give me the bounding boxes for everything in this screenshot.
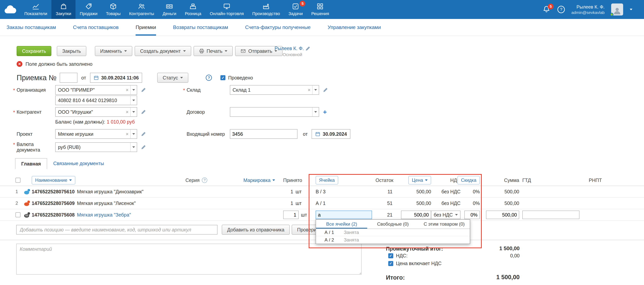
nav-purchases[interactable]: Закупки bbox=[52, 0, 75, 19]
position-row-3-editing[interactable]: 1476522528075608Мягкая игрушка "Зебра" ш… bbox=[0, 209, 644, 221]
qty-input[interactable] bbox=[283, 211, 299, 219]
checklist-icon bbox=[292, 3, 299, 10]
validation-error: ✕ Поле должно быть заполнено bbox=[16, 61, 92, 67]
discount-input[interactable] bbox=[464, 211, 480, 219]
column-price-header[interactable]: Цена bbox=[408, 176, 431, 184]
nav-label: Деньги bbox=[163, 11, 176, 16]
help-button[interactable]: ? bbox=[558, 6, 565, 13]
chevron-down-icon[interactable] bbox=[630, 9, 632, 10]
row-checkbox[interactable] bbox=[16, 212, 20, 217]
avatar[interactable] bbox=[611, 4, 623, 16]
pencil-icon[interactable] bbox=[323, 87, 328, 92]
nav-sales[interactable]: Продажи bbox=[76, 0, 102, 19]
product-name-link[interactable]: Мягкая игрушка "Зебра" bbox=[77, 212, 131, 218]
discount-value: 0% bbox=[463, 200, 483, 206]
vat-checkbox[interactable]: ✓ bbox=[388, 253, 393, 258]
add-contract-icon[interactable]: + bbox=[323, 109, 327, 115]
account-combobox[interactable]: 40802 810 4 6442 0129810 bbox=[55, 96, 137, 105]
edit-label: Изменить bbox=[100, 48, 122, 54]
counterparty-combobox[interactable]: ООО "Игрушки" × bbox=[55, 107, 137, 117]
column-name-header[interactable]: Наименование bbox=[32, 176, 75, 184]
organization-combobox[interactable]: ООО "ПРИМЕР" × bbox=[55, 85, 137, 95]
save-button[interactable]: Сохранить bbox=[16, 46, 52, 56]
dd-tab-with-this-product[interactable]: С этим товаром (0) bbox=[418, 220, 470, 228]
column-cell-header[interactable]: Ячейка bbox=[316, 176, 338, 184]
vat-select[interactable]: без НДС bbox=[431, 211, 460, 219]
subnav-receivings[interactable]: Приемки bbox=[136, 19, 156, 36]
tab-main[interactable]: Главная bbox=[15, 158, 47, 169]
clear-icon[interactable]: × bbox=[124, 87, 130, 93]
pencil-icon[interactable] bbox=[141, 109, 146, 114]
nav-indicators[interactable]: Показатели bbox=[20, 0, 52, 19]
account-row: 40802 810 4 6442 0129810 bbox=[55, 96, 137, 105]
document-number-input[interactable] bbox=[60, 73, 78, 83]
cell-value: В / 3 bbox=[316, 189, 376, 194]
nav-solutions[interactable]: Решения bbox=[307, 0, 333, 19]
nav-online-trade[interactable]: Онлайн-торговля bbox=[206, 0, 248, 19]
comment-textarea[interactable] bbox=[16, 244, 362, 274]
currency-combobox[interactable]: руб (RUB) bbox=[55, 142, 137, 152]
status-button[interactable]: Статус bbox=[157, 73, 188, 83]
held-checkbox[interactable]: ✓ bbox=[220, 75, 226, 80]
add-from-catalog-button[interactable]: Добавить из справочника bbox=[222, 225, 290, 235]
close-button[interactable]: Закрыть bbox=[57, 46, 86, 56]
subnav-supplier-returns[interactable]: Возвраты поставщикам bbox=[173, 19, 228, 36]
position-row-1[interactable]: 1 1476522528075610Мягкая игрушка "Диноза… bbox=[0, 186, 644, 198]
cell-option-1[interactable]: А / 1 Занята bbox=[316, 229, 470, 236]
help-icon[interactable]: ? bbox=[206, 75, 212, 81]
column-marking-header[interactable]: Маркировка bbox=[244, 177, 270, 183]
clear-icon[interactable]: × bbox=[124, 131, 130, 137]
nav-money[interactable]: Деньги bbox=[158, 0, 180, 19]
add-position-input[interactable] bbox=[16, 225, 218, 234]
clear-icon[interactable]: × bbox=[124, 109, 130, 115]
clear-icon[interactable]: × bbox=[306, 87, 312, 93]
nav-production[interactable]: Производство bbox=[248, 0, 284, 19]
cell-input[interactable] bbox=[316, 211, 372, 219]
notifications-button[interactable]: 5 bbox=[542, 5, 551, 14]
dd-tab-all-cells[interactable]: Все ячейки (2) bbox=[316, 220, 367, 228]
nav-goods[interactable]: Товары bbox=[102, 0, 125, 19]
subnav-purchase-management[interactable]: Управление закупками bbox=[328, 19, 381, 36]
nav-label: Производство bbox=[252, 11, 280, 16]
project-combobox[interactable]: Мягкие игрушки × bbox=[55, 129, 137, 139]
price-input[interactable] bbox=[401, 211, 431, 219]
sum-input[interactable] bbox=[486, 211, 519, 219]
position-row-2[interactable]: 2 1476522528075609Мягкая игрушка "Лисено… bbox=[0, 198, 644, 209]
pencil-icon[interactable] bbox=[141, 131, 146, 137]
nav-tasks[interactable]: Задачи 5 bbox=[284, 0, 307, 19]
cell-option-2[interactable]: А / 2 Занята bbox=[316, 236, 470, 244]
required-marker: * bbox=[13, 142, 15, 148]
price-tag-icon bbox=[85, 3, 92, 10]
incoming-date-input[interactable]: 30.09.2024 bbox=[312, 129, 350, 139]
pencil-icon[interactable] bbox=[141, 145, 146, 150]
sum-value: 500,00 bbox=[483, 189, 519, 194]
print-button[interactable]: Печать bbox=[194, 46, 233, 56]
held-label: Проведено bbox=[228, 75, 253, 81]
dd-tab-free-cells[interactable]: Свободные (0) bbox=[367, 220, 418, 228]
owner-name-link[interactable]: Рылеев К. Ф. bbox=[274, 45, 310, 52]
subnav-received-invoices[interactable]: Счета-фактуры полученные bbox=[245, 19, 310, 36]
price-includes-vat-checkbox[interactable]: ✓ bbox=[388, 261, 393, 266]
subnav-supplier-orders[interactable]: Заказы поставщикам bbox=[6, 19, 56, 36]
required-marker: * bbox=[183, 88, 185, 93]
select-all-checkbox[interactable] bbox=[16, 178, 20, 183]
gtd-input[interactable] bbox=[522, 211, 580, 219]
create-document-button[interactable]: Создать документ bbox=[135, 46, 191, 56]
help-icon[interactable]: ? bbox=[202, 177, 207, 183]
subnav-supplier-invoices[interactable]: Счета поставщиков bbox=[73, 19, 118, 36]
incoming-number-input[interactable] bbox=[230, 129, 298, 139]
user-info[interactable]: Рылеев К. Ф. admin@sevkavlab bbox=[571, 4, 604, 15]
column-discount-header[interactable]: Скидка bbox=[458, 176, 480, 184]
document-date-input[interactable]: 30.09.2024 11:06 bbox=[90, 73, 142, 83]
qty-unit: шт bbox=[301, 212, 307, 218]
pencil-icon[interactable] bbox=[141, 87, 146, 92]
nav-retail[interactable]: Розница bbox=[180, 0, 206, 19]
nav-contractors[interactable]: Контрагенты bbox=[125, 0, 158, 19]
contract-combobox[interactable] bbox=[230, 107, 319, 117]
subtotal-value: 1 500,00 bbox=[442, 245, 520, 251]
user-email: admin@sevkavlab bbox=[571, 10, 604, 15]
warehouse-combobox[interactable]: Склад 1 × bbox=[230, 85, 319, 95]
tab-related-documents[interactable]: Связанные документы bbox=[53, 161, 104, 169]
app-logo[interactable] bbox=[0, 0, 20, 19]
edit-button[interactable]: Изменить bbox=[95, 46, 132, 56]
